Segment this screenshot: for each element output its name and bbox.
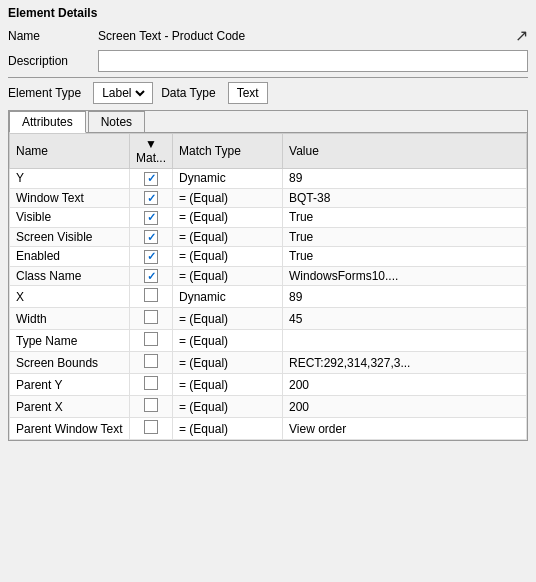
unchecked-checkbox[interactable] <box>144 376 158 390</box>
element-type-select-wrapper[interactable]: Label <box>93 82 153 104</box>
cell-match-type: = (Equal) <box>173 308 283 330</box>
cell-checkbox[interactable] <box>130 308 173 330</box>
data-type-label: Data Type <box>161 86 215 100</box>
table-row: Parent Y= (Equal)200 <box>10 374 527 396</box>
col-header-match-type: Match Type <box>173 134 283 169</box>
cell-checkbox[interactable] <box>130 208 173 228</box>
checked-checkbox[interactable] <box>144 211 158 225</box>
unchecked-checkbox[interactable] <box>144 310 158 324</box>
cell-checkbox[interactable] <box>130 188 173 208</box>
col-header-mat[interactable]: ▼ Mat... <box>130 134 173 169</box>
checked-checkbox[interactable] <box>144 230 158 244</box>
cell-value: True <box>283 247 527 267</box>
cell-match-type: = (Equal) <box>173 396 283 418</box>
cell-match-type: = (Equal) <box>173 188 283 208</box>
checked-checkbox[interactable] <box>144 269 158 283</box>
table-row: Screen Bounds= (Equal)RECT:292,314,327,3… <box>10 352 527 374</box>
cell-name: Parent Window Text <box>10 418 130 440</box>
col-header-value: Value <box>283 134 527 169</box>
table-row: Class Name= (Equal)WindowsForms10.... <box>10 266 527 286</box>
cell-value: 45 <box>283 308 527 330</box>
attributes-table: Name ▼ Mat... Match Type Value YDynamic8… <box>9 133 527 440</box>
table-row: Window Text= (Equal)BQT-38 <box>10 188 527 208</box>
unchecked-checkbox[interactable] <box>144 420 158 434</box>
cell-match-type: = (Equal) <box>173 352 283 374</box>
table-row: YDynamic89 <box>10 169 527 189</box>
cell-name: Screen Visible <box>10 227 130 247</box>
name-label: Name <box>8 29 98 43</box>
table-row: Visible= (Equal)True <box>10 208 527 228</box>
cell-value: View order <box>283 418 527 440</box>
divider-1 <box>8 77 528 78</box>
col-header-name: Name <box>10 134 130 169</box>
element-type-label: Element Type <box>8 86 81 100</box>
unchecked-checkbox[interactable] <box>144 332 158 346</box>
unchecked-checkbox[interactable] <box>144 354 158 368</box>
data-type-value: Text <box>228 82 268 104</box>
attributes-table-container: Name ▼ Mat... Match Type Value YDynamic8… <box>9 133 527 440</box>
cell-name: Window Text <box>10 188 130 208</box>
checked-checkbox[interactable] <box>144 191 158 205</box>
cell-name: Visible <box>10 208 130 228</box>
cell-match-type: = (Equal) <box>173 374 283 396</box>
cell-checkbox[interactable] <box>130 330 173 352</box>
cell-name: Enabled <box>10 247 130 267</box>
table-row: Width= (Equal)45 <box>10 308 527 330</box>
tab-attributes[interactable]: Attributes <box>9 111 86 133</box>
cell-checkbox[interactable] <box>130 374 173 396</box>
cell-name: Parent X <box>10 396 130 418</box>
cell-checkbox[interactable] <box>130 396 173 418</box>
cell-value: 89 <box>283 286 527 308</box>
unchecked-checkbox[interactable] <box>144 288 158 302</box>
cell-value <box>283 330 527 352</box>
cell-name: Parent Y <box>10 374 130 396</box>
cell-name: Y <box>10 169 130 189</box>
section-title: Element Details <box>8 6 528 20</box>
cell-value: BQT-38 <box>283 188 527 208</box>
cell-match-type: = (Equal) <box>173 266 283 286</box>
cell-checkbox[interactable] <box>130 247 173 267</box>
description-input[interactable] <box>98 50 528 72</box>
cell-value: True <box>283 227 527 247</box>
description-label: Description <box>8 54 98 68</box>
cell-checkbox[interactable] <box>130 352 173 374</box>
tab-notes[interactable]: Notes <box>88 111 145 132</box>
cell-checkbox[interactable] <box>130 266 173 286</box>
cell-match-type: = (Equal) <box>173 247 283 267</box>
cell-name: Width <box>10 308 130 330</box>
cell-checkbox[interactable] <box>130 286 173 308</box>
cell-value: WindowsForms10.... <box>283 266 527 286</box>
cell-match-type: = (Equal) <box>173 227 283 247</box>
cell-checkbox[interactable] <box>130 227 173 247</box>
tabs-header: Attributes Notes <box>9 111 527 133</box>
checked-checkbox[interactable] <box>144 250 158 264</box>
unchecked-checkbox[interactable] <box>144 398 158 412</box>
table-row: XDynamic89 <box>10 286 527 308</box>
cell-match-type: Dynamic <box>173 169 283 189</box>
cursor-icon: ↗ <box>515 26 528 45</box>
tabs-container: Attributes Notes Name ▼ Mat... Match Typ… <box>8 110 528 441</box>
cell-match-type: = (Equal) <box>173 330 283 352</box>
cell-value: 200 <box>283 374 527 396</box>
cell-match-type: = (Equal) <box>173 208 283 228</box>
table-row: Screen Visible= (Equal)True <box>10 227 527 247</box>
table-row: Parent Window Text= (Equal)View order <box>10 418 527 440</box>
cell-checkbox[interactable] <box>130 418 173 440</box>
checked-checkbox[interactable] <box>144 172 158 186</box>
table-row: Type Name= (Equal) <box>10 330 527 352</box>
cell-name: Type Name <box>10 330 130 352</box>
element-details-panel: Element Details Name Screen Text - Produ… <box>0 0 536 449</box>
cell-value: 200 <box>283 396 527 418</box>
cell-name: Class Name <box>10 266 130 286</box>
name-value: Screen Text - Product Code <box>98 29 515 43</box>
element-type-select[interactable]: Label <box>98 85 148 101</box>
cell-value: True <box>283 208 527 228</box>
cell-value: RECT:292,314,327,3... <box>283 352 527 374</box>
cell-checkbox[interactable] <box>130 169 173 189</box>
table-row: Enabled= (Equal)True <box>10 247 527 267</box>
cell-name: X <box>10 286 130 308</box>
cell-name: Screen Bounds <box>10 352 130 374</box>
cell-match-type: = (Equal) <box>173 418 283 440</box>
table-row: Parent X= (Equal)200 <box>10 396 527 418</box>
cell-match-type: Dynamic <box>173 286 283 308</box>
